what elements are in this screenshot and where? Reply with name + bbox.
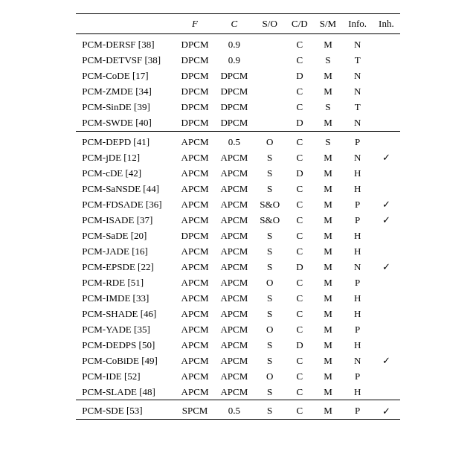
cell-inh [373, 243, 400, 259]
table-row: PCM-SHADE [46]APCMAPCMSCMH [76, 306, 399, 321]
table-row: PCM-SWDE [40]DPCMDPCMDMN [76, 115, 399, 132]
cell-sm: M [314, 165, 342, 181]
cell-inh: ✓ [373, 150, 400, 165]
cell-so: S [254, 150, 286, 165]
cell-c: APCM [214, 181, 254, 196]
cell-sm: M [314, 353, 342, 368]
cell-so: S [254, 337, 286, 353]
cell-info: H [342, 306, 373, 321]
cell-so: S [254, 384, 286, 400]
cell-cd: D [286, 68, 314, 84]
cell-so: S [254, 259, 286, 275]
cell-inh [373, 181, 400, 196]
cell-cd: D [286, 259, 314, 275]
method-name: PCM-SDE [53] [76, 400, 175, 420]
cell-inh: ✓ [373, 212, 400, 228]
cell-c: APCM [214, 290, 254, 306]
cell-c: APCM [214, 321, 254, 337]
cell-so: O [254, 368, 286, 384]
table-row: PCM-DERSF [38]DPCM0.9CMN [76, 34, 399, 53]
cell-cd: C [286, 100, 314, 115]
cell-f: APCM [176, 353, 215, 368]
cell-c: DPCM [214, 84, 254, 100]
cell-c: APCM [214, 384, 254, 400]
cell-so: S [254, 165, 286, 181]
cell-inh [373, 53, 400, 68]
cell-so: S [254, 306, 286, 321]
table-row: PCM-DETVSF [38]DPCM0.9CST [76, 53, 399, 68]
cell-c: APCM [214, 259, 254, 275]
cell-cd: C [286, 400, 314, 420]
method-name: PCM-IMDE [33] [76, 290, 175, 306]
cell-cd: C [286, 150, 314, 165]
table-row: PCM-IDE [52]APCMAPCMOCMP [76, 368, 399, 384]
cell-inh [373, 100, 400, 115]
table-row: PCM-RDE [51]APCMAPCMOCMP [76, 275, 399, 290]
cell-f: DPCM [176, 100, 215, 115]
cell-cd: C [286, 181, 314, 196]
table-row: PCM-JADE [16]APCMAPCMSCMH [76, 243, 399, 259]
method-name: PCM-SinDE [39] [76, 100, 175, 115]
cell-so: S [254, 353, 286, 368]
cell-c: APCM [214, 150, 254, 165]
cell-sm: M [314, 228, 342, 243]
cell-f: APCM [176, 150, 215, 165]
cell-sm: M [314, 259, 342, 275]
cell-so: S&O [254, 212, 286, 228]
cell-inh [373, 275, 400, 290]
cell-info: T [342, 53, 373, 68]
table-row: PCM-FDSADE [36]APCMAPCMS&OCMP✓ [76, 196, 399, 212]
method-name: PCM-JADE [16] [76, 243, 175, 259]
method-name: PCM-EPSDE [22] [76, 259, 175, 275]
cell-sm: M [314, 212, 342, 228]
cell-cd: D [286, 115, 314, 132]
header-sm: S/M [314, 14, 342, 34]
cell-info: N [342, 84, 373, 100]
cell-f: APCM [176, 368, 215, 384]
table-row: PCM-YADE [35]APCMAPCMOCMP [76, 321, 399, 337]
cell-info: P [342, 212, 373, 228]
cell-f: DPCM [176, 84, 215, 100]
cell-sm: S [314, 131, 342, 150]
method-name: PCM-jDE [12] [76, 150, 175, 165]
table-row: PCM-DEDPS [50]APCMAPCMSDMH [76, 337, 399, 353]
cell-inh [373, 131, 400, 150]
cell-sm: M [314, 34, 342, 53]
cell-sm: M [314, 368, 342, 384]
table-row: PCM-ZMDE [34]DPCMDPCMCMN [76, 84, 399, 100]
header-so: S/O [254, 14, 286, 34]
cell-sm: M [314, 384, 342, 400]
cell-cd: C [286, 196, 314, 212]
table-row: PCM-cDE [42]APCMAPCMSDMH [76, 165, 399, 181]
cell-c: DPCM [214, 115, 254, 132]
cell-f: APCM [176, 181, 215, 196]
cell-info: H [342, 290, 373, 306]
cell-inh [373, 115, 400, 132]
cell-sm: M [314, 400, 342, 420]
method-name: PCM-DEDPS [50] [76, 337, 175, 353]
cell-c: APCM [214, 212, 254, 228]
table-row: PCM-SaNSDE [44]APCMAPCMSCMH [76, 181, 399, 196]
cell-so: S [254, 181, 286, 196]
cell-cd: C [286, 353, 314, 368]
cell-sm: M [314, 181, 342, 196]
method-name: PCM-ISADE [37] [76, 212, 175, 228]
cell-cd: C [286, 34, 314, 53]
cell-c: APCM [214, 353, 254, 368]
cell-cd: C [286, 321, 314, 337]
cell-cd: C [286, 243, 314, 259]
cell-f: APCM [176, 165, 215, 181]
cell-c: APCM [214, 306, 254, 321]
cell-inh [373, 228, 400, 243]
cell-info: P [342, 275, 373, 290]
cell-cd: D [286, 165, 314, 181]
method-name: PCM-FDSADE [36] [76, 196, 175, 212]
cell-f: SPCM [176, 400, 215, 420]
cell-info: N [342, 353, 373, 368]
table-row: PCM-SaDE [20]DPCMAPCMSCMH [76, 228, 399, 243]
cell-sm: M [314, 196, 342, 212]
cell-f: APCM [176, 259, 215, 275]
cell-c: 0.9 [214, 34, 254, 53]
method-name: PCM-SaDE [20] [76, 228, 175, 243]
cell-sm: M [314, 84, 342, 100]
